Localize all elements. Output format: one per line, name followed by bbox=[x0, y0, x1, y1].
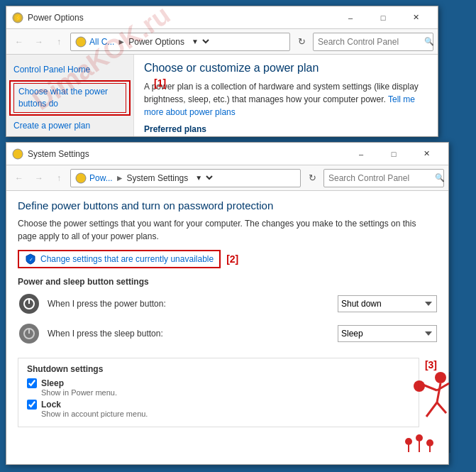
power-sleep-section-header: Power and sleep button settings bbox=[18, 277, 437, 287]
power-button-icon bbox=[18, 292, 40, 315]
svg-text:⚡: ⚡ bbox=[15, 14, 22, 21]
svg-point-2 bbox=[76, 37, 86, 47]
shield-icon: ✓ bbox=[25, 253, 36, 265]
path-part2: Power Options bbox=[128, 37, 184, 47]
ss-close-button[interactable]: ✕ bbox=[410, 143, 443, 165]
ss-back-button[interactable]: ← bbox=[11, 170, 28, 187]
power-icon bbox=[23, 297, 35, 310]
power-options-title-bar: ⚡ Power Options – □ ✕ bbox=[6, 6, 438, 29]
main-title: Choose or customize a power plan bbox=[144, 62, 428, 75]
ss-path-icon bbox=[75, 172, 87, 184]
power-options-controls: – □ ✕ bbox=[334, 6, 432, 29]
ss-path-dropdown[interactable]: ▼ bbox=[191, 173, 215, 182]
system-settings-content: Define power buttons and turn on passwor… bbox=[6, 191, 448, 464]
sleep-checkbox-label[interactable]: Sleep bbox=[27, 378, 410, 388]
lock-checkbox-row: Lock Show in account picture menu. bbox=[27, 400, 410, 418]
ss-search-icon[interactable]: 🔍 bbox=[435, 173, 445, 182]
power-buttons-link[interactable]: Choose what the power buttons do bbox=[13, 83, 126, 113]
step-label-1: [1] bbox=[154, 77, 166, 89]
sleep-icon bbox=[23, 327, 35, 340]
ss-search-input[interactable] bbox=[328, 173, 435, 183]
power-button-row: When I press the power button: Shut down… bbox=[18, 292, 437, 315]
sleep-checkbox-row: Sleep Show in Power menu. bbox=[27, 378, 410, 397]
sleep-button-select[interactable]: Sleep Do nothing Hibernate Shut down bbox=[338, 325, 437, 342]
ss-address-path: Pow... ► System Settings ▼ bbox=[70, 169, 301, 187]
search-box: 🔍 bbox=[313, 33, 433, 51]
sleep-checkbox-desc: Show in Power menu. bbox=[41, 388, 410, 397]
search-icon[interactable]: 🔍 bbox=[424, 37, 434, 46]
lock-checkbox-label[interactable]: Lock bbox=[27, 400, 410, 410]
system-settings-window: System Settings – □ ✕ ← → ↑ Pow... ► Sys… bbox=[6, 142, 449, 465]
svg-text:✓: ✓ bbox=[29, 257, 33, 262]
sleep-button-icon bbox=[18, 322, 40, 345]
main-description: A power plan is a collection of hardware… bbox=[144, 80, 428, 119]
system-settings-address-bar: ← → ↑ Pow... ► System Settings ▼ ↻ 🔍 bbox=[6, 165, 448, 191]
lock-label-text: Lock bbox=[41, 400, 61, 410]
refresh-button[interactable]: ↻ bbox=[293, 33, 310, 50]
path-dropdown[interactable]: ▼ bbox=[187, 37, 211, 46]
back-button[interactable]: ← bbox=[11, 33, 28, 50]
ss-maximize-button[interactable]: □ bbox=[377, 143, 410, 165]
ss-path-part2: System Settings bbox=[127, 173, 189, 183]
ss-search-box: 🔍 bbox=[323, 169, 444, 187]
ss-minimize-button[interactable]: – bbox=[345, 143, 377, 165]
sleep-label-text: Sleep bbox=[41, 378, 64, 388]
sleep-checkbox[interactable] bbox=[27, 378, 37, 388]
ss-forward-button[interactable]: → bbox=[31, 170, 48, 187]
power-options-title: Power Options bbox=[28, 13, 334, 23]
svg-point-3 bbox=[13, 149, 23, 159]
step-label-2: [2] bbox=[226, 253, 238, 265]
close-button[interactable]: ✕ bbox=[399, 6, 432, 29]
maximize-button[interactable]: □ bbox=[367, 6, 399, 29]
system-settings-title: System Settings bbox=[28, 149, 345, 159]
shutdown-section-title: Shutdown settings bbox=[27, 364, 410, 374]
power-options-window-icon: ⚡ bbox=[12, 12, 23, 23]
create-power-plan-link[interactable]: Create a power plan bbox=[6, 117, 133, 135]
up-button[interactable]: ↑ bbox=[50, 33, 67, 50]
lock-checkbox-desc: Show in account picture menu. bbox=[41, 410, 410, 418]
power-options-content: Control Panel Home Choose what the power… bbox=[6, 55, 438, 136]
forward-button[interactable]: → bbox=[31, 33, 48, 50]
svg-point-4 bbox=[76, 173, 86, 183]
sleep-button-label: When I press the sleep button: bbox=[48, 329, 331, 339]
ss-up-button[interactable]: ↑ bbox=[50, 170, 67, 187]
change-settings-label: Change settings that are currently unava… bbox=[40, 254, 214, 264]
change-settings-link[interactable]: ✓ Change settings that are currently una… bbox=[18, 250, 221, 268]
ss-main-description: Choose the power settings that you want … bbox=[18, 217, 437, 243]
ss-path-part1: Pow... bbox=[89, 173, 113, 183]
path-icon bbox=[75, 36, 87, 48]
system-settings-title-bar: System Settings – □ ✕ bbox=[6, 143, 448, 165]
ss-main-title: Define power buttons and turn on passwor… bbox=[18, 199, 437, 212]
preferred-plans-label: Preferred plans bbox=[144, 124, 428, 134]
power-options-window: ⚡ Power Options – □ ✕ ← → ↑ All C... ► P… bbox=[6, 6, 438, 137]
step-label-3: [3] bbox=[425, 359, 437, 371]
address-path: All C... ► Power Options ▼ bbox=[70, 33, 290, 51]
power-options-address-bar: ← → ↑ All C... ► Power Options ▼ ↻ 🔍 bbox=[6, 29, 438, 55]
search-input[interactable] bbox=[318, 37, 424, 47]
power-options-main: Choose or customize a power plan A power… bbox=[134, 55, 438, 136]
lock-checkbox[interactable] bbox=[27, 400, 37, 410]
control-panel-home-link[interactable]: Control Panel Home bbox=[6, 60, 133, 79]
ss-refresh-button[interactable]: ↻ bbox=[304, 170, 321, 187]
turn-off-display-link[interactable]: Choose when to turn off the... bbox=[6, 134, 133, 136]
path-part1: All C... bbox=[89, 37, 114, 47]
system-settings-controls: – □ ✕ bbox=[345, 143, 443, 165]
system-settings-window-icon bbox=[12, 148, 23, 160]
shutdown-section: Shutdown settings Sleep Show in Power me… bbox=[18, 358, 419, 427]
minimize-button[interactable]: – bbox=[334, 6, 367, 29]
sleep-button-row: When I press the sleep button: Sleep Do … bbox=[18, 322, 437, 345]
power-options-sidebar: Control Panel Home Choose what the power… bbox=[6, 55, 134, 136]
power-button-select[interactable]: Shut down Do nothing Sleep Hibernate bbox=[338, 295, 437, 312]
power-button-label: When I press the power button: bbox=[48, 299, 331, 309]
